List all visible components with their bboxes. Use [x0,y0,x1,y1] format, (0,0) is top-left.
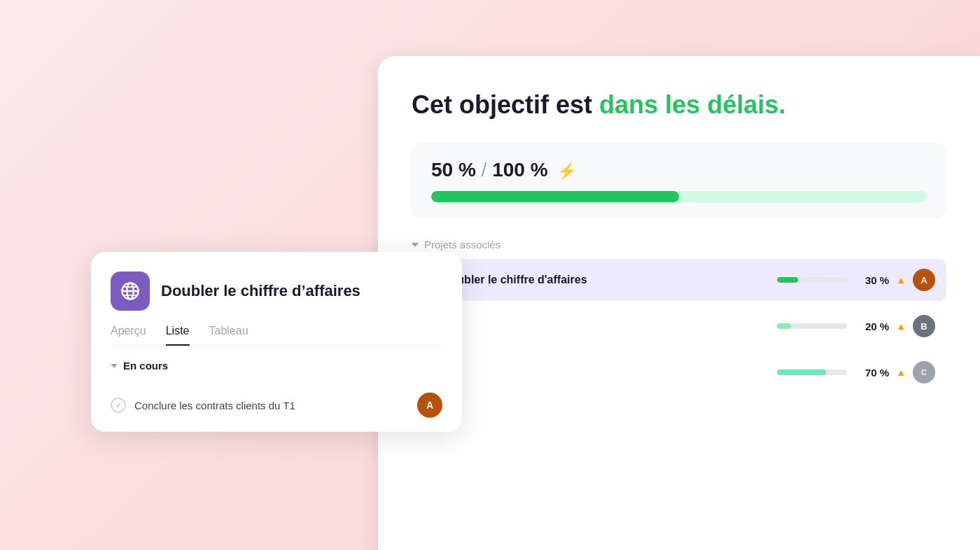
project-percent: 20 % [858,320,889,332]
mini-progress-bg [777,323,847,329]
left-card: Doubler le chiffre d’affaires Aperçu Lis… [91,252,462,432]
card-title: Doubler le chiffre d’affaires [161,282,360,300]
check-icon[interactable] [111,397,126,413]
mini-progress-bg [777,277,847,283]
up-arrow-icon: ▲ [896,367,906,378]
tab-apercu[interactable]: Aperçu [111,325,146,346]
tab-tableau[interactable]: Tableau [209,325,248,346]
en-cours-header: En cours [111,360,442,372]
project-name: Doubler le chiffre d'affaires [442,274,777,286]
tab-liste[interactable]: Liste [166,325,190,346]
task-row[interactable]: Conclure les contrats clients du T1 A [111,381,442,432]
progress-label: 50 % / 100 % ⚡ [431,159,927,181]
progress-section: 50 % / 100 % ⚡ [412,142,946,219]
progress-divider: / [482,159,493,181]
task-text: Conclure les contrats clients du T1 [134,400,409,411]
progress-bar-fill [431,191,679,202]
project-percent: 70 % [858,367,889,379]
title-prefix: Cet objectif est [412,90,599,119]
projects-header: Projets associés [412,239,946,251]
projects-label: Projets associés [424,239,500,251]
title-status: dans les délais. [599,90,785,119]
up-arrow-icon: ▲ [896,320,906,332]
section-label: En cours [123,360,168,372]
chevron-down-icon[interactable] [412,243,419,247]
mini-progress-bg [777,369,847,375]
avatar: A [913,269,935,291]
project-row[interactable]: 20 % ▲ B [412,305,946,347]
mini-progress-fill [777,323,791,329]
progress-bar-bg [431,191,927,202]
up-arrow-icon: ▲ [896,274,906,285]
progress-current: 50 % [431,159,476,181]
mini-progress-fill [777,369,826,375]
project-row[interactable]: 70 % ▲ C [412,351,946,393]
lightning-icon: ⚡ [557,162,576,180]
avatar: B [913,315,935,337]
projects-section: Projets associés Doubler le chiffre d'af… [412,239,946,393]
card-header: Doubler le chiffre d’affaires [111,272,442,311]
mini-progress-fill [777,277,798,283]
progress-total: 100 % [492,159,547,181]
project-percent: 30 % [858,274,889,286]
task-avatar: A [417,393,442,418]
globe-icon [120,281,140,301]
main-panel: Cet objectif est dans les délais. 50 % /… [378,56,980,550]
tabs: Aperçu Liste Tableau [111,325,442,346]
section-chevron-icon[interactable] [111,364,118,368]
main-title: Cet objectif est dans les délais. [412,90,946,120]
card-icon [111,272,150,311]
avatar: C [913,361,935,383]
project-row[interactable]: Doubler le chiffre d'affaires 30 % ▲ A [412,259,946,301]
